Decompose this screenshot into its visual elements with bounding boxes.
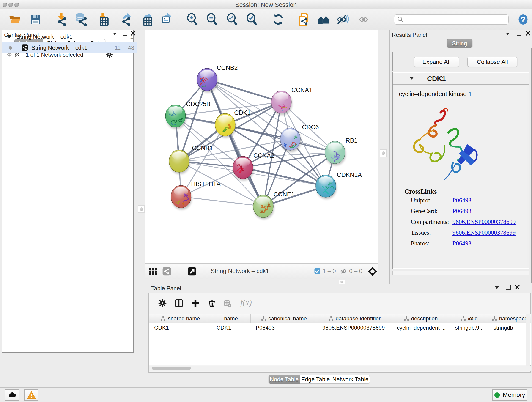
crosslink-value-link[interactable]: P06493 (452, 197, 472, 204)
table-cell[interactable]: cyclin–dependent ... (392, 323, 450, 332)
zoom-out-button[interactable] (204, 12, 220, 27)
collapse-all-button[interactable]: Collapse All (467, 57, 517, 67)
grid-view-icon[interactable] (148, 267, 158, 276)
import-network-from-database-button[interactable] (73, 12, 89, 27)
export-image-button[interactable] (158, 12, 175, 27)
tab-string[interactable]: String (447, 39, 472, 48)
clone-network-button[interactable] (296, 12, 312, 27)
crosslink-label: Uniprot: (411, 197, 432, 204)
right-splitter-grip[interactable] (380, 149, 386, 157)
network-canvas[interactable]: CCNB2CCNA1CDC25BCDK1CDC6RB1CCNB1CCNA2CDK… (145, 30, 378, 263)
crosslink-value-link[interactable]: 9606.ENSP00000378699 (452, 218, 515, 225)
column-header-database-identifier[interactable]: database identifier (317, 314, 392, 323)
detach-view-icon[interactable] (187, 267, 196, 276)
column-header-name[interactable]: name (211, 314, 251, 323)
copy-documents-icon (298, 13, 311, 26)
table-options-gear-icon[interactable] (158, 299, 167, 308)
table-cell[interactable]: stringdb:9... (450, 323, 488, 332)
birdseye-crosshair-icon[interactable] (367, 266, 378, 276)
warnings-button[interactable] (24, 389, 38, 401)
table-panel-menu-icon[interactable] (495, 287, 499, 289)
network-node-HIST1H1A[interactable] (171, 185, 192, 210)
zoom-in-button[interactable] (185, 12, 201, 27)
table-tabs: Node Table Edge Table Network Table (268, 375, 370, 384)
crosslink-label: Pharos: (411, 240, 429, 247)
save-session-button[interactable] (27, 12, 44, 27)
eye-slash-icon (336, 13, 350, 26)
table-vscrollbar[interactable] (526, 314, 530, 366)
add-column-icon[interactable] (191, 299, 200, 308)
table-hscrollbar-thumb[interactable] (152, 367, 191, 370)
toggle-graphics-button[interactable] (355, 12, 372, 27)
horizontal-splitter-grip[interactable] (339, 280, 345, 284)
gene-collapse-icon[interactable] (410, 77, 414, 80)
network-edge[interactable] (207, 80, 281, 102)
results-scrollbar-track[interactable] (393, 271, 530, 275)
tab-network-table[interactable]: Network Table (331, 375, 370, 384)
collection-collapse-icon[interactable] (7, 35, 12, 38)
network-node-CCNB1[interactable] (169, 150, 190, 174)
gene-section-header[interactable]: CDK1 (393, 72, 529, 85)
tab-edge-table[interactable]: Edge Table (300, 375, 331, 384)
export-table-button[interactable] (139, 12, 155, 27)
zoom-fit-button[interactable] (225, 12, 241, 27)
table-hscrollbar[interactable] (149, 366, 531, 371)
toolbar-search[interactable] (394, 14, 509, 25)
network-node-CDC25B[interactable] (165, 105, 186, 129)
window-title: Session: New Session (0, 1, 532, 8)
column-header-description[interactable]: description (392, 314, 450, 323)
tab-node-table[interactable]: Node Table (268, 375, 300, 384)
shared-column-icon (160, 316, 166, 321)
crosslink-value-link[interactable]: 9606.ENSP00000378699 (452, 229, 515, 236)
network-node-CDKN1A[interactable] (316, 175, 336, 200)
table-panel-close-icon[interactable] (515, 285, 520, 290)
delete-column-icon[interactable] (207, 299, 216, 308)
left-splitter-grip[interactable] (138, 205, 145, 213)
crosslink-value-link[interactable]: P06493 (452, 208, 472, 215)
column-header-namespace[interactable]: namespace (488, 314, 531, 323)
open-session-button[interactable] (7, 12, 23, 27)
network-view-share-icon[interactable] (162, 267, 171, 276)
column-header-shared-name[interactable]: shared name (149, 314, 211, 323)
results-panel-float-icon[interactable] (517, 31, 521, 36)
results-panel-menu-icon[interactable] (506, 32, 510, 35)
network-node-CCNA2[interactable] (233, 156, 254, 181)
search-input[interactable] (404, 16, 508, 23)
memory-button[interactable]: Memory (492, 389, 527, 401)
network-node-CDK1[interactable] (215, 114, 236, 138)
hidden-eye-slash-icon[interactable] (340, 267, 347, 275)
show-columns-icon[interactable] (174, 299, 184, 308)
network-node-RB1[interactable] (325, 141, 346, 167)
crosslink-value-link[interactable]: P06493 (452, 240, 472, 247)
table-cell[interactable]: P06493 (251, 323, 317, 332)
export-network-button[interactable] (118, 12, 134, 27)
network-collection-row[interactable]: String Network – cdk1 1 (2, 32, 138, 42)
help-button[interactable]: ? (515, 12, 531, 27)
status-bar: Memory (0, 387, 532, 402)
column-header--id[interactable]: @id (450, 314, 488, 323)
table-cell[interactable]: stringdb (488, 323, 531, 332)
network-node-CCNE1[interactable] (253, 195, 274, 219)
results-panel-close-icon[interactable] (526, 31, 531, 36)
network-edge[interactable] (181, 197, 263, 206)
column-header-canonical-name[interactable]: canonical name (251, 314, 317, 323)
selected-checkbox-icon[interactable] (314, 268, 321, 274)
table-panel-float-icon[interactable] (506, 285, 511, 290)
table-cell[interactable]: CDK1 (149, 323, 211, 332)
cloud-status-button[interactable] (5, 389, 19, 401)
table-cell[interactable]: 9606.ENSP00000378699 (317, 323, 392, 332)
zoom-selected-button[interactable] (244, 12, 260, 27)
table-cell[interactable]: CDK1 (211, 323, 251, 332)
network-node-CCNA1[interactable] (271, 91, 292, 115)
import-network-button[interactable] (53, 12, 69, 27)
network-row-selected[interactable]: String Network – cdk1 11 48 (2, 42, 138, 53)
refresh-button[interactable] (270, 12, 286, 27)
hide-selected-button[interactable] (335, 12, 351, 27)
import-table-button[interactable] (94, 12, 110, 27)
table-row[interactable]: CDK1CDK1P064939606.ENSP00000378699cyclin… (149, 323, 531, 332)
expand-all-button[interactable]: Expand All (414, 57, 459, 67)
open-folder-icon (8, 13, 22, 26)
network-edge-count: 48 (128, 45, 134, 51)
first-neighbors-button[interactable] (316, 12, 332, 27)
gene-section: CDK1 cyclin–dependent kinase 1 CrossLink… (393, 72, 530, 269)
